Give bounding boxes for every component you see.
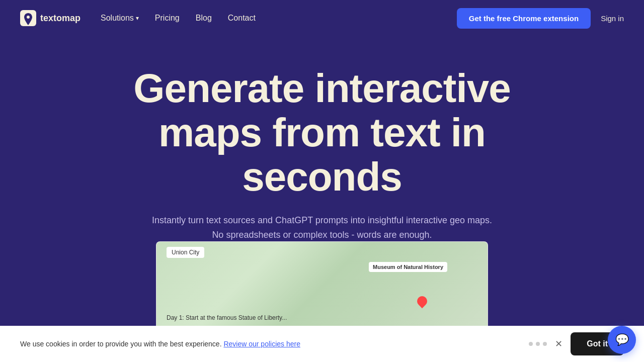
nav-contact[interactable]: Contact — [228, 14, 256, 23]
cookie-dot-1 — [529, 342, 533, 346]
cookie-text: We use cookies in order to provide you w… — [20, 340, 300, 348]
map-city-label: Museum of Natural History — [369, 262, 447, 272]
chat-icon: 💬 — [615, 333, 629, 346]
chat-button[interactable]: 💬 — [608, 326, 636, 354]
cookie-policy-link[interactable]: Review our policies here — [223, 340, 300, 348]
sign-in-link[interactable]: Sign in — [601, 14, 624, 23]
chevron-down-icon: ▾ — [136, 15, 139, 22]
nav-blog[interactable]: Blog — [196, 14, 212, 23]
map-inner: Union City Museum of Natural History Day… — [156, 242, 488, 331]
hero-title: Generate interactive maps from text in s… — [96, 66, 548, 199]
nav-solutions[interactable]: Solutions ▾ — [101, 14, 139, 23]
brand-name: textomap — [40, 13, 80, 24]
map-marker — [415, 294, 429, 308]
cookie-dot-3 — [543, 342, 547, 346]
map-location-label: Union City — [167, 247, 204, 258]
map-preview: Union City Museum of Natural History Day… — [156, 241, 488, 332]
logo[interactable]: textomap — [20, 10, 80, 26]
logo-icon — [20, 10, 36, 26]
navbar-right: Get the free Chrome extension Sign in — [457, 8, 624, 29]
cookie-dot-2 — [536, 342, 540, 346]
hero-subtitle: Instantly turn text sources and ChatGPT … — [152, 213, 492, 242]
cookie-banner: We use cookies in order to provide you w… — [0, 326, 644, 362]
nav-pricing[interactable]: Pricing — [155, 14, 180, 23]
chrome-extension-button[interactable]: Get the free Chrome extension — [457, 8, 591, 29]
map-step-label: Day 1: Start at the famous Statue of Lib… — [167, 314, 287, 321]
nav-links: Solutions ▾ Pricing Blog Contact — [101, 14, 256, 23]
navbar-left: textomap Solutions ▾ Pricing Blog Contac… — [20, 10, 256, 26]
navbar: textomap Solutions ▾ Pricing Blog Contac… — [0, 0, 644, 36]
cookie-dots — [529, 342, 547, 346]
cookie-close-button[interactable]: ✕ — [555, 338, 562, 349]
